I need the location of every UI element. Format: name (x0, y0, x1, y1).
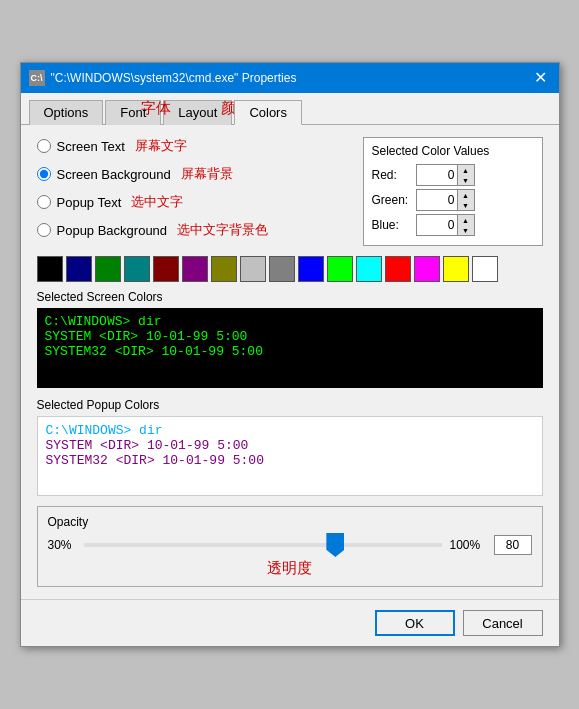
popup-line2: SYSTEM <DIR> 10-01-99 5:00 (46, 438, 534, 453)
opacity-slider[interactable] (84, 543, 442, 547)
opacity-row: 30% 100% (48, 535, 532, 555)
dialog-window: C:\ "C:\WINDOWS\system32\cmd.exe" Proper… (20, 62, 560, 647)
color-swatch-4[interactable] (153, 256, 179, 282)
tab-bar: Options Font Layout Colors (21, 93, 559, 125)
screen-bg-label: Screen Background (57, 167, 171, 182)
opacity-section: Opacity 30% 100% 透明度 (37, 506, 543, 587)
opacity-label: Opacity (48, 515, 532, 529)
title-bar: C:\ "C:\WINDOWS\system32\cmd.exe" Proper… (21, 63, 559, 93)
red-input[interactable] (417, 167, 457, 183)
ok-button[interactable]: OK (375, 610, 455, 636)
radio-group: Screen Text 屏幕文字 Screen Background 屏幕背景 … (37, 137, 347, 246)
popup-text-label: Popup Text (57, 195, 122, 210)
screen-preview-label: Selected Screen Colors (37, 290, 543, 304)
footer: OK Cancel (21, 599, 559, 646)
tab-colors[interactable]: Colors (234, 100, 302, 125)
red-label: Red: (372, 168, 412, 182)
top-section: Screen Text 屏幕文字 Screen Background 屏幕背景 … (37, 137, 543, 246)
color-swatch-0[interactable] (37, 256, 63, 282)
opacity-min-label: 30% (48, 538, 76, 552)
green-row: Green: ▲ ▼ (372, 189, 534, 211)
close-button[interactable]: ✕ (530, 70, 551, 86)
radio-screen-text: Screen Text 屏幕文字 (37, 137, 347, 155)
opacity-value-input[interactable] (494, 535, 532, 555)
color-swatch-11[interactable] (356, 256, 382, 282)
color-palette (37, 256, 543, 282)
screen-line1: C:\WINDOWS> dir (45, 314, 535, 329)
chinese-popup-bg: 选中文字背景色 (177, 221, 268, 239)
blue-label: Blue: (372, 218, 412, 232)
screen-text-label: Screen Text (57, 139, 125, 154)
color-swatch-9[interactable] (298, 256, 324, 282)
blue-down-button[interactable]: ▼ (458, 225, 474, 235)
screen-preview-section: Selected Screen Colors C:\WINDOWS> dir S… (37, 290, 543, 388)
green-input-wrap: ▲ ▼ (416, 189, 475, 211)
color-swatch-13[interactable] (414, 256, 440, 282)
popup-line3: SYSTEM32 <DIR> 10-01-99 5:00 (46, 453, 534, 468)
green-input[interactable] (417, 192, 457, 208)
chinese-popup-text: 选中文字 (131, 193, 183, 211)
cancel-button[interactable]: Cancel (463, 610, 543, 636)
color-swatch-15[interactable] (472, 256, 498, 282)
popup-preview-label: Selected Popup Colors (37, 398, 543, 412)
color-swatch-6[interactable] (211, 256, 237, 282)
screen-preview: C:\WINDOWS> dir SYSTEM <DIR> 10-01-99 5:… (37, 308, 543, 388)
chinese-screen-bg: 屏幕背景 (181, 165, 233, 183)
radio-popup-bg: Popup Background 选中文字背景色 (37, 221, 347, 239)
chinese-opacity-label: 透明度 (48, 559, 532, 578)
red-input-wrap: ▲ ▼ (416, 164, 475, 186)
red-up-button[interactable]: ▲ (458, 165, 474, 175)
color-swatch-12[interactable] (385, 256, 411, 282)
radio-screen-bg-input[interactable] (37, 167, 51, 181)
blue-up-button[interactable]: ▲ (458, 215, 474, 225)
color-swatch-5[interactable] (182, 256, 208, 282)
tab-content: Screen Text 屏幕文字 Screen Background 屏幕背景 … (21, 125, 559, 599)
tab-options[interactable]: Options (29, 100, 104, 125)
popup-preview: C:\WINDOWS> dir SYSTEM <DIR> 10-01-99 5:… (37, 416, 543, 496)
chinese-screen-text: 屏幕文字 (135, 137, 187, 155)
color-swatch-3[interactable] (124, 256, 150, 282)
radio-screen-bg: Screen Background 屏幕背景 (37, 165, 347, 183)
radio-popup-text: Popup Text 选中文字 (37, 193, 347, 211)
tab-layout[interactable]: Layout (163, 100, 232, 125)
popup-bg-label: Popup Background (57, 223, 168, 238)
red-down-button[interactable]: ▼ (458, 175, 474, 185)
red-spinner: ▲ ▼ (457, 165, 474, 185)
green-up-button[interactable]: ▲ (458, 190, 474, 200)
dialog-title: "C:\WINDOWS\system32\cmd.exe" Properties (51, 71, 297, 85)
screen-line3: SYSTEM32 <DIR> 10-01-99 5:00 (45, 344, 535, 359)
red-row: Red: ▲ ▼ (372, 164, 534, 186)
blue-spinner: ▲ ▼ (457, 215, 474, 235)
color-values-box: Selected Color Values Red: ▲ ▼ Green: (363, 137, 543, 246)
title-bar-left: C:\ "C:\WINDOWS\system32\cmd.exe" Proper… (29, 70, 297, 86)
radio-screen-text-input[interactable] (37, 139, 51, 153)
green-down-button[interactable]: ▼ (458, 200, 474, 210)
color-swatch-14[interactable] (443, 256, 469, 282)
blue-input-wrap: ▲ ▼ (416, 214, 475, 236)
blue-input[interactable] (417, 217, 457, 233)
popup-line1: C:\WINDOWS> dir (46, 423, 534, 438)
color-values-title: Selected Color Values (372, 144, 534, 158)
popup-preview-section: Selected Popup Colors C:\WINDOWS> dir SY… (37, 398, 543, 496)
opacity-max-label: 100% (450, 538, 486, 552)
cmd-icon: C:\ (29, 70, 45, 86)
screen-line2: SYSTEM <DIR> 10-01-99 5:00 (45, 329, 535, 344)
color-swatch-1[interactable] (66, 256, 92, 282)
color-swatch-2[interactable] (95, 256, 121, 282)
radio-popup-bg-input[interactable] (37, 223, 51, 237)
tab-font[interactable]: Font (105, 100, 161, 125)
green-spinner: ▲ ▼ (457, 190, 474, 210)
color-swatch-7[interactable] (240, 256, 266, 282)
radio-popup-text-input[interactable] (37, 195, 51, 209)
green-label: Green: (372, 193, 412, 207)
color-swatch-10[interactable] (327, 256, 353, 282)
blue-row: Blue: ▲ ▼ (372, 214, 534, 236)
color-swatch-8[interactable] (269, 256, 295, 282)
